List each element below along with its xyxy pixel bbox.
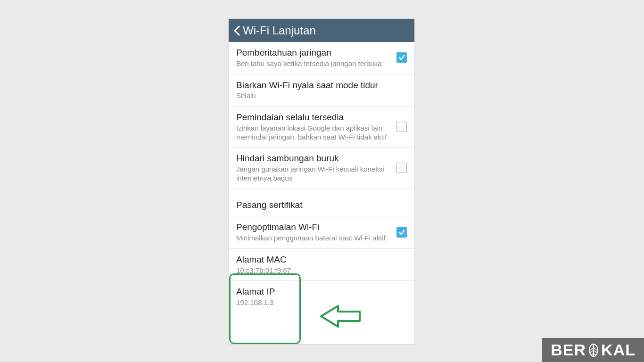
checkbox-scanning[interactable]: [396, 122, 407, 132]
row-title: Pasang sertifikat: [236, 199, 402, 211]
ip-address-value: 192.168.1.3: [236, 298, 402, 307]
checkbox-avoid-poor[interactable]: [396, 163, 407, 173]
row-subtitle: Selalu: [236, 91, 402, 100]
row-title: Hindari sambungan buruk: [236, 153, 392, 164]
row-title: Biarkan Wi-Fi nyala saat mode tidur: [236, 80, 402, 91]
row-subtitle: Izinkan layanan lokasi Google dan aplika…: [236, 124, 392, 142]
mac-address-value: 10:c3:7b:01:f9:67: [236, 266, 402, 275]
row-subtitle: Minimalkan penggunaan baterai saat Wi-Fi…: [236, 234, 392, 243]
watermark-badge: BER KAL: [542, 338, 644, 362]
row-scanning-available[interactable]: Pemindaian selalu tersedia Izinkan layan…: [229, 107, 414, 148]
row-avoid-poor[interactable]: Hindari sambungan buruk Jangan gunakan j…: [229, 148, 414, 189]
row-mac-address: Alamat MAC 10:c3:7b:01:f9:67: [229, 249, 414, 281]
settings-screen: Wi-Fi Lanjutan Pemberitahuan jaringan Be…: [229, 19, 414, 344]
header-bar[interactable]: Wi-Fi Lanjutan: [229, 19, 414, 42]
row-keep-wifi-sleep[interactable]: Biarkan Wi-Fi nyala saat mode tidur Sela…: [229, 74, 414, 107]
row-subtitle: Jangan gunakan jaringan Wi-Fi kecuali ko…: [236, 165, 392, 183]
row-title: Pemindaian selalu tersedia: [236, 112, 392, 123]
watermark-text: BER: [551, 341, 586, 359]
row-title: Pengoptimalan Wi-Fi: [236, 222, 392, 233]
row-subtitle: Beri tahu saya ketika tersedia jaringan …: [236, 59, 392, 68]
svg-line-3: [594, 347, 597, 350]
row-title: Alamat MAC: [236, 254, 402, 265]
leaf-icon: [587, 344, 600, 357]
watermark-text: KAL: [601, 341, 636, 359]
row-install-certificate[interactable]: Pasang sertifikat: [229, 189, 414, 217]
row-wifi-optimization[interactable]: Pengoptimalan Wi-Fi Minimalkan penggunaa…: [229, 216, 414, 249]
row-network-notification[interactable]: Pemberitahuan jaringan Beri tahu saya ke…: [229, 42, 414, 74]
back-icon[interactable]: [233, 25, 240, 36]
checkbox-wifi-optimization[interactable]: [396, 227, 407, 238]
row-ip-address: Alamat IP 192.168.1.3: [229, 281, 414, 313]
checkbox-network-notification[interactable]: [396, 52, 407, 63]
svg-line-2: [590, 347, 594, 350]
svg-line-5: [594, 350, 597, 353]
header-title: Wi-Fi Lanjutan: [243, 24, 316, 37]
svg-line-4: [590, 350, 594, 353]
row-title: Alamat IP: [236, 286, 402, 297]
row-title: Pemberitahuan jaringan: [236, 47, 392, 58]
